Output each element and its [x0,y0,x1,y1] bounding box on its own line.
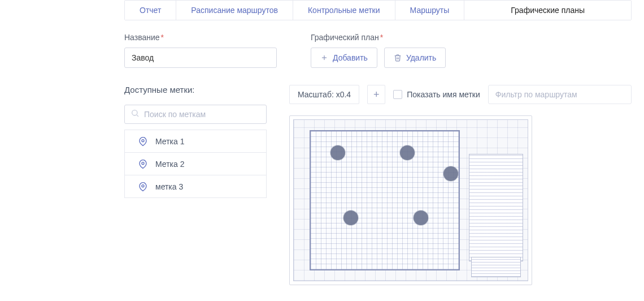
tab-routes[interactable]: Маршруты [395,1,465,20]
show-name-label: Показать имя метки [407,90,480,99]
plan-buttons: Добавить Удалить [311,48,446,68]
tag-label: Метка 2 [155,160,184,169]
tag-search-input[interactable] [144,110,260,119]
name-field-group: Название* [124,33,277,68]
delete-button[interactable]: Удалить [384,48,446,68]
list-item[interactable]: Метка 1 [125,130,266,152]
tab-schedule[interactable]: Расписание маршрутов [176,1,293,20]
checkbox-icon [393,90,402,99]
svg-point-5 [142,162,144,164]
delete-button-label: Удалить [406,53,436,62]
name-label: Название* [124,33,277,42]
scale-display: Масштаб: x0.4 [289,85,359,104]
list-item[interactable]: метка 3 [125,175,266,197]
plan-marker[interactable] [400,145,415,160]
show-name-checkbox[interactable]: Показать имя метки [393,90,480,99]
plan-canvas[interactable] [289,115,532,285]
trash-icon [394,54,402,62]
zoom-in-button[interactable]: + [367,85,385,104]
plus-icon [320,54,328,62]
plan-marker[interactable] [443,166,458,181]
plan-label: Графический план* [311,33,446,42]
tag-label: Метка 1 [155,137,184,146]
plus-icon: + [373,89,380,101]
blueprint-titleblock [471,257,521,277]
available-tags-title: Доступные метки: [124,85,277,94]
tag-list: Метка 1 Метка 2 метка 3 [124,130,267,198]
tab-report[interactable]: Отчет [125,1,176,20]
blueprint-background [293,119,528,281]
tag-search [124,105,267,124]
plan-marker[interactable] [414,210,428,225]
name-input[interactable] [124,48,277,68]
plan-field-group: Графический план* Добавить Удалить [311,33,446,68]
svg-point-6 [142,184,144,187]
tag-label: метка 3 [155,182,183,191]
add-button[interactable]: Добавить [311,48,377,68]
pin-icon [138,136,147,147]
plan-marker[interactable] [330,145,345,160]
pin-icon [138,181,147,192]
plan-panel: Масштаб: x0.4 + Показать имя метки [289,85,632,285]
route-filter-input[interactable] [488,85,632,104]
pin-icon [138,158,147,170]
search-icon [130,109,140,120]
plan-marker[interactable] [343,210,358,225]
svg-line-3 [137,115,138,117]
main-tabs: Отчет Расписание маршрутов Контрольные м… [124,0,632,20]
list-item[interactable]: Метка 2 [125,152,266,175]
tab-graphic-plans[interactable]: Графические планы [464,1,631,20]
svg-point-4 [142,139,144,141]
svg-point-2 [132,110,137,115]
plan-controls: Масштаб: x0.4 + Показать имя метки [289,85,632,104]
blueprint-legend [469,154,523,261]
add-button-label: Добавить [333,53,368,62]
form-row: Название* Графический план* Добавить [124,33,632,68]
tab-control-tags[interactable]: Контрольные метки [293,1,395,20]
available-tags-panel: Доступные метки: Метка 1 [124,85,277,285]
